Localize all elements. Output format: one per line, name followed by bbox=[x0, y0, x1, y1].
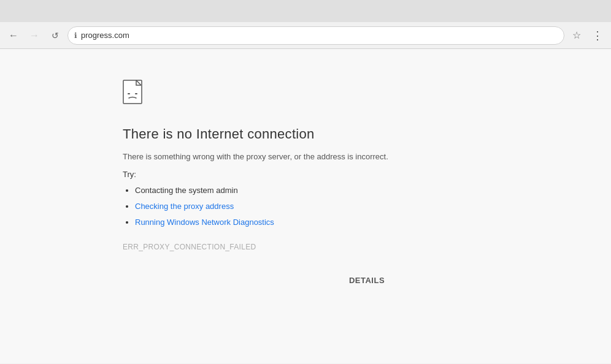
info-icon: ℹ bbox=[74, 31, 77, 40]
toolbar: ← → ↺ ℹ progress.com ☆ ⋮ bbox=[0, 22, 611, 49]
address-bar[interactable]: ℹ progress.com bbox=[67, 26, 564, 45]
menu-icon: ⋮ bbox=[592, 29, 603, 42]
forward-button[interactable]: → bbox=[26, 27, 43, 44]
error-page: There is no Internet connection There is… bbox=[0, 49, 611, 363]
suggestion-text-1: Contacting the system admin bbox=[135, 186, 238, 195]
list-item: Contacting the system admin bbox=[135, 184, 611, 197]
star-icon: ☆ bbox=[572, 29, 581, 41]
sad-document-icon bbox=[123, 80, 147, 109]
svg-rect-0 bbox=[123, 80, 142, 104]
suggestion-link-2[interactable]: Running Windows Network Diagnostics bbox=[135, 218, 274, 227]
svg-rect-3 bbox=[135, 93, 137, 94]
svg-rect-2 bbox=[128, 93, 130, 94]
list-item: Running Windows Network Diagnostics bbox=[135, 216, 611, 229]
menu-button[interactable]: ⋮ bbox=[589, 27, 606, 44]
reload-icon: ↺ bbox=[52, 31, 59, 40]
suggestions-list: Contacting the system admin Checking the… bbox=[123, 184, 611, 232]
tab-bar bbox=[0, 0, 611, 22]
back-button[interactable]: ← bbox=[5, 27, 22, 44]
url-display: progress.com bbox=[81, 31, 558, 40]
details-button[interactable]: DETAILS bbox=[123, 276, 611, 285]
browser-chrome: ← → ↺ ℹ progress.com ☆ ⋮ bbox=[0, 0, 611, 49]
error-subtitle: There is something wrong with the proxy … bbox=[123, 152, 611, 161]
reload-button[interactable]: ↺ bbox=[47, 27, 64, 44]
forward-icon: → bbox=[29, 30, 39, 41]
bookmark-button[interactable]: ☆ bbox=[568, 27, 585, 44]
error-code: ERR_PROXY_CONNECTION_FAILED bbox=[123, 243, 611, 251]
error-title: There is no Internet connection bbox=[123, 126, 611, 142]
list-item: Checking the proxy address bbox=[135, 200, 611, 213]
back-icon: ← bbox=[9, 30, 18, 41]
suggestion-link-1[interactable]: Checking the proxy address bbox=[135, 202, 234, 211]
try-label: Try: bbox=[123, 170, 611, 179]
